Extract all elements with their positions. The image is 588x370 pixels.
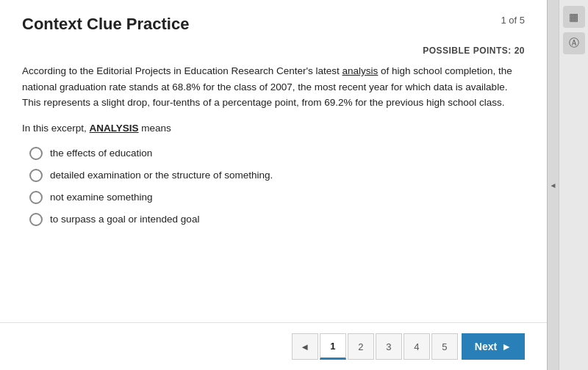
possible-points: POSSIBLE POINTS: 20 [22, 46, 525, 56]
next-arrow-icon: ► [501, 341, 512, 352]
option-2[interactable]: detailed examination or the structure of… [29, 169, 525, 182]
passage-text: According to the Editorial Projects in E… [22, 63, 525, 111]
question-prompt: In this excerpt, ANALYSIS means [22, 123, 525, 134]
page-counter: 1 of 5 [501, 15, 525, 26]
option-4[interactable]: to surpass a goal or intended goal [29, 213, 525, 226]
option-1[interactable]: the effects of education [29, 147, 525, 160]
calendar-icon[interactable]: ▦ [563, 6, 585, 28]
radio-option-4[interactable] [29, 213, 43, 226]
radio-option-1[interactable] [29, 147, 43, 160]
pagination-page-4[interactable]: 4 [404, 333, 430, 360]
radio-option-2[interactable] [29, 169, 43, 182]
prompt-after: means [139, 123, 171, 134]
next-button[interactable]: Next ► [462, 333, 525, 360]
pagination-page-5[interactable]: 5 [431, 333, 458, 360]
page-title: Context Clue Practice [22, 15, 189, 34]
pagination-bar: ◄ 1 2 3 4 5 Next ► [0, 322, 547, 370]
next-label: Next [475, 341, 497, 352]
collapse-icon: ◄ [550, 181, 557, 189]
option-3-text: not examine something [50, 192, 153, 203]
accessibility-icon[interactable]: Ⓐ [563, 32, 585, 54]
pagination-page-2[interactable]: 2 [348, 333, 374, 360]
answer-options: the effects of education detailed examin… [29, 147, 525, 226]
sidebar: ▦ Ⓐ [559, 0, 588, 370]
pagination-page-3[interactable]: 3 [376, 333, 402, 360]
collapse-sidebar-button[interactable]: ◄ [547, 0, 559, 370]
prompt-word: ANALYSIS [90, 123, 139, 134]
option-3[interactable]: not examine something [29, 191, 525, 204]
pagination-prev-button[interactable]: ◄ [292, 333, 318, 360]
passage-highlighted-word: analysis [343, 65, 379, 76]
radio-option-3[interactable] [29, 191, 43, 204]
option-4-text: to surpass a goal or intended goal [50, 214, 199, 225]
passage-before: According to the Editorial Projects in E… [22, 65, 343, 76]
prompt-before: In this excerpt, [22, 123, 90, 134]
option-1-text: the effects of education [50, 148, 152, 159]
option-2-text: detailed examination or the structure of… [50, 170, 273, 181]
pagination-page-1[interactable]: 1 [320, 333, 346, 360]
